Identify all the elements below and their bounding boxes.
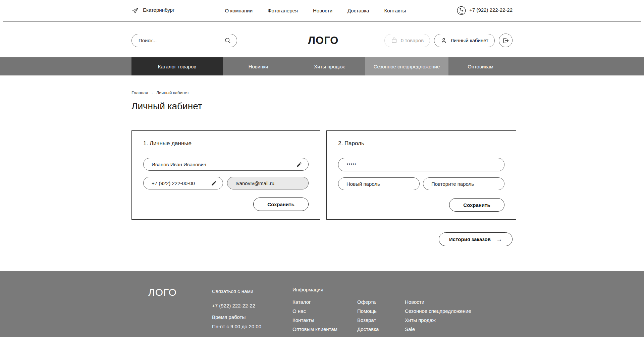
repeat-password-field[interactable] <box>431 181 498 187</box>
current-password-field[interactable] <box>346 162 498 168</box>
nav-item-new[interactable]: Новинки <box>223 57 294 75</box>
save-personal-button[interactable]: Сохранить <box>253 198 309 211</box>
nav-item-catalog[interactable]: Каталог товаров <box>131 57 223 75</box>
breadcrumb-separator: · <box>151 90 153 95</box>
city-selector[interactable]: Екатеринбург <box>131 7 174 14</box>
footer-link[interactable]: О нас <box>292 306 357 316</box>
current-password-wrap <box>338 158 504 171</box>
footer-link[interactable]: Контакты <box>292 316 357 325</box>
topbar-link-delivery[interactable]: Доставка <box>347 8 369 13</box>
nav-item-seasonal[interactable]: Сезонное спецпредложение <box>365 57 448 75</box>
logo-wrap: ЛОГО <box>237 35 384 47</box>
footer-links-column-3: Новости Сезонное спецпредложение Хиты пр… <box>405 297 471 334</box>
footer-link[interactable]: Sale <box>405 325 471 334</box>
shopping-bag-icon <box>391 37 397 44</box>
logout-button[interactable] <box>499 34 513 47</box>
footer-phone[interactable]: +7 (922) 222-22-22 <box>212 301 292 311</box>
search-icon[interactable] <box>224 37 231 44</box>
page-title: Личный кабинет <box>131 101 513 112</box>
footer-link[interactable]: Возврат <box>357 316 405 325</box>
search-input[interactable] <box>139 38 224 43</box>
footer-link[interactable]: Каталог <box>292 297 357 306</box>
repeat-password-wrap <box>423 177 504 190</box>
footer-links-column-1: Каталог О нас Контакты Оптовым клиентам <box>292 297 357 334</box>
footer-contact-column: Связаться с нами +7 (922) 222-22-22 Врем… <box>212 287 292 334</box>
paper-plane-icon <box>131 7 139 14</box>
personal-card-title: 1. Личные данные <box>143 140 309 147</box>
search-box <box>131 34 237 47</box>
logout-icon <box>502 37 509 44</box>
phone-icon <box>457 6 466 15</box>
topbar-link-news[interactable]: Новости <box>313 8 332 13</box>
nav-item-wholesale[interactable]: Оптовикам <box>448 57 513 75</box>
footer-links-column-2: Оферта Помощь Возврат Доставка <box>357 297 405 334</box>
topbar-links: О компании Фотогалерея Новости Доставка … <box>225 8 406 13</box>
topbar-link-gallery[interactable]: Фотогалерея <box>268 8 298 13</box>
nav-item-hits[interactable]: Хиты продаж <box>294 57 365 75</box>
header: ЛОГО 0 товаров Личный кабинет <box>131 21 513 47</box>
footer-info-title: Информация <box>292 287 513 292</box>
footer-contact-title: Связаться с нами <box>212 287 292 296</box>
breadcrumb-home[interactable]: Главная <box>131 90 148 95</box>
phone-field[interactable] <box>152 180 211 186</box>
email-field <box>235 180 302 186</box>
phone-number: +7 (922) 222-22-22 <box>469 7 513 14</box>
topbar-link-contacts[interactable]: Контакты <box>384 8 406 13</box>
password-card: 2. Пароль Сохранить <box>326 130 516 220</box>
order-history-label: История заказов <box>449 236 491 242</box>
footer-hours-value: Пн-пт с 9:00 до 20:00 <box>212 322 292 331</box>
email-field-wrap <box>227 177 309 189</box>
city-label[interactable]: Екатеринбург <box>143 7 174 14</box>
site-logo[interactable]: ЛОГО <box>308 35 338 46</box>
name-field-wrap <box>143 158 309 171</box>
topbar: Екатеринбург О компании Фотогалерея Ново… <box>3 0 641 21</box>
footer-link[interactable]: Оферта <box>357 297 405 306</box>
edit-phone-icon[interactable] <box>211 180 217 186</box>
footer-logo: ЛОГО <box>148 287 177 298</box>
main-nav: Каталог товаров Новинки Хиты продаж Сезо… <box>0 57 644 75</box>
breadcrumb-current: Личный кабинет <box>156 90 189 95</box>
header-actions: 0 товаров Личный кабинет <box>384 34 513 47</box>
name-field[interactable] <box>152 162 297 167</box>
footer-link[interactable]: Сезонное спецпредложение <box>405 306 471 316</box>
footer-hours-title: Время работы <box>212 313 292 322</box>
footer-link[interactable]: Хиты продаж <box>405 316 471 325</box>
save-password-button[interactable]: Сохранить <box>449 198 504 212</box>
footer-info-section: Информация Каталог О нас Контакты Оптовы… <box>292 287 513 334</box>
breadcrumb: Главная · Личный кабинет <box>131 90 513 95</box>
new-password-field[interactable] <box>346 181 413 187</box>
new-password-wrap <box>338 177 420 190</box>
topbar-link-about[interactable]: О компании <box>225 8 253 13</box>
cart-button[interactable]: 0 товаров <box>384 34 430 47</box>
account-label: Личный кабинет <box>450 38 488 43</box>
footer-link[interactable]: Новости <box>405 297 471 306</box>
person-icon <box>440 37 447 44</box>
footer-link[interactable]: Помощь <box>357 306 405 316</box>
cart-count-label: 0 товаров <box>401 38 424 43</box>
arrow-right-icon: → <box>496 236 502 243</box>
password-card-title: 2. Пароль <box>338 140 504 147</box>
personal-data-card: 1. Личные данные <box>131 130 320 220</box>
edit-name-icon[interactable] <box>297 162 302 167</box>
phone-link[interactable]: +7 (922) 222-22-22 <box>457 6 513 15</box>
footer-link[interactable]: Доставка <box>357 325 405 334</box>
phone-field-wrap <box>143 177 223 189</box>
order-history-button[interactable]: История заказов → <box>439 232 513 246</box>
account-button[interactable]: Личный кабинет <box>434 34 495 47</box>
footer: ЛОГО Связаться с нами +7 (922) 222-22-22… <box>0 271 644 337</box>
footer-link[interactable]: Оптовым клиентам <box>292 325 357 334</box>
